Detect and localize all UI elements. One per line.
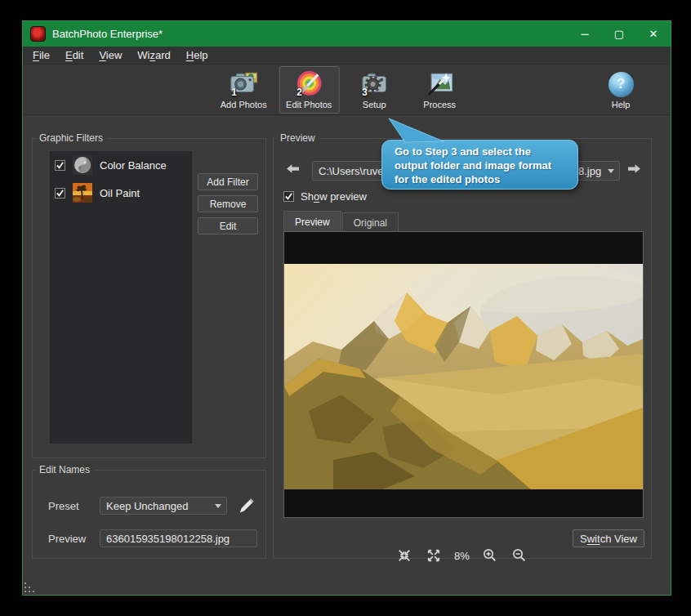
filter-row-oil-paint[interactable]: Oil Paint (50, 179, 192, 207)
preview-canvas[interactable] (283, 231, 644, 518)
edit-preset-button[interactable] (236, 496, 256, 516)
zoom-out-icon (512, 548, 526, 562)
maximize-button[interactable]: ▢ (602, 21, 636, 47)
app-icon (30, 26, 46, 42)
tab-original[interactable]: Original (342, 212, 399, 232)
preview-title: Preview (276, 132, 319, 144)
preset-dropdown[interactable]: Keep Unchanged (100, 497, 227, 515)
edit-names-group: Edit Names Preset Keep Unchanged Preview… (32, 470, 266, 559)
toolbar: 1 Add Photos (23, 65, 671, 115)
expand-arrows-icon (427, 549, 440, 562)
graphic-filters-title: Graphic Filters (35, 132, 107, 144)
chevron-down-icon (210, 498, 226, 514)
filter-list[interactable]: Color Balance (50, 151, 192, 444)
close-button[interactable]: ✕ (636, 21, 671, 47)
zoom-in-icon (483, 548, 497, 562)
setup-button[interactable]: 3 Setup (344, 66, 404, 114)
arrow-left-icon (286, 163, 300, 174)
tooltip-tail (382, 117, 448, 143)
filter-checkbox[interactable] (55, 160, 65, 171)
zoom-in-button[interactable] (483, 548, 497, 563)
minimize-button[interactable]: ─ (568, 21, 602, 47)
switch-view-button[interactable]: Switch View (573, 529, 644, 547)
arrow-right-icon (627, 163, 641, 174)
menu-file[interactable]: File (30, 48, 52, 62)
step-badge: 3 (362, 87, 368, 98)
add-photos-button[interactable]: 1 Add Photos (213, 66, 274, 114)
desktop: BatchPhoto Enterprise* ─ ▢ ✕ File Edit V… (0, 0, 691, 616)
setup-icon: 3 (359, 69, 389, 99)
pencil-icon (236, 496, 256, 516)
filter-row-color-balance[interactable]: Color Balance (50, 151, 192, 179)
app-window: BatchPhoto Enterprise* ─ ▢ ✕ File Edit V… (22, 20, 671, 596)
edit-names-title: Edit Names (35, 464, 94, 475)
title-bar[interactable]: BatchPhoto Enterprise* ─ ▢ ✕ (23, 21, 671, 47)
menu-help[interactable]: Help (184, 48, 211, 62)
actual-size-button[interactable] (427, 549, 442, 564)
menu-bar: File Edit View Wizard Help (23, 47, 671, 65)
edit-filter-button[interactable]: Edit (198, 217, 258, 234)
menu-wizard[interactable]: Wizard (135, 48, 172, 62)
minimize-icon: ─ (581, 28, 588, 40)
zoom-level: 8% (454, 550, 470, 562)
resize-grip[interactable] (25, 583, 34, 592)
edit-photos-icon: 2 (294, 69, 323, 99)
process-icon (425, 69, 454, 99)
help-icon: ? (606, 69, 635, 99)
step-badge: 1 (231, 87, 237, 98)
maximize-icon: ▢ (614, 28, 624, 40)
filter-checkbox[interactable] (55, 188, 65, 199)
next-photo-button[interactable] (627, 163, 644, 176)
process-button[interactable]: Process (409, 66, 470, 114)
preview-group: Preview C:\Users\ruvel\OneDrive\Pictures… (273, 138, 652, 559)
graphic-filters-group: Graphic Filters (32, 138, 266, 458)
remove-filter-button[interactable]: Remove (198, 195, 258, 212)
chevron-down-icon (603, 162, 619, 180)
zoom-out-button[interactable] (512, 548, 527, 563)
tab-preview[interactable]: Preview (283, 211, 341, 232)
window-title: BatchPhoto Enterprise* (52, 28, 163, 40)
help-button[interactable]: ? Help (591, 66, 651, 114)
previous-photo-button[interactable] (286, 163, 302, 176)
oil-paint-icon (73, 183, 92, 203)
show-preview-checkbox[interactable]: Show preview (283, 190, 367, 203)
color-balance-icon (73, 155, 92, 175)
checkbox-icon (283, 191, 294, 202)
close-icon: ✕ (649, 28, 658, 40)
name-preview-field[interactable]: 636015935198012258.jpg (100, 529, 257, 547)
menu-edit[interactable]: Edit (63, 48, 86, 62)
name-preview-label: Preview (48, 533, 86, 545)
preset-label: Preset (48, 500, 79, 512)
preview-image (284, 264, 643, 489)
add-filter-button[interactable]: Add Filter (198, 173, 258, 190)
edit-photos-button[interactable]: 2 Edit Photos (279, 66, 339, 114)
tutorial-tooltip: Go to Step 3 and select the output folde… (381, 140, 578, 190)
fit-to-window-button[interactable] (398, 549, 412, 564)
collapse-arrows-icon (398, 549, 411, 562)
add-photos-icon: 1 (229, 69, 258, 99)
menu-view[interactable]: View (96, 48, 124, 62)
step-badge: 2 (296, 87, 302, 98)
